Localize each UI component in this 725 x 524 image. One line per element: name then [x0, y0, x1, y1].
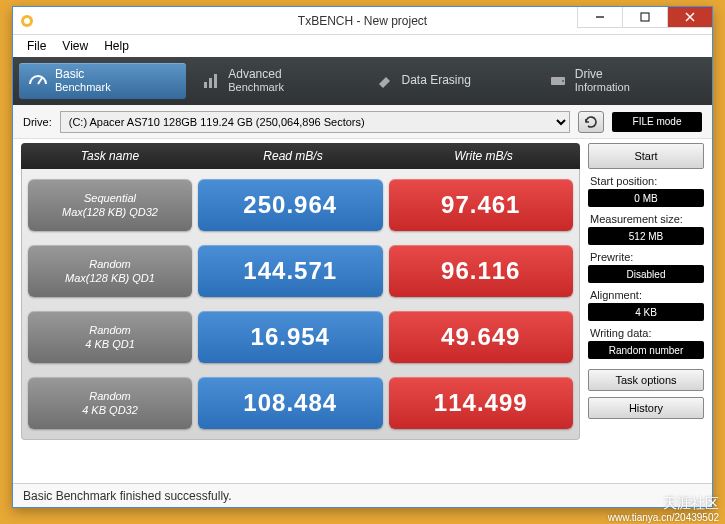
close-button[interactable]	[667, 7, 712, 28]
window-title: TxBENCH - New project	[298, 14, 427, 28]
header-write: Write mB/s	[387, 149, 580, 163]
read-value: 250.964	[198, 179, 383, 231]
start-button[interactable]: Start	[588, 143, 704, 169]
erase-icon	[376, 72, 394, 90]
svg-rect-7	[204, 82, 207, 88]
read-value: 16.954	[198, 311, 383, 363]
side-panel: Start Start position: 0 MB Measurement s…	[588, 143, 704, 473]
tab-sublabel: Benchmark	[228, 81, 284, 93]
read-value: 144.571	[198, 245, 383, 297]
header-task: Task name	[21, 149, 199, 163]
svg-point-1	[24, 18, 30, 24]
app-window: TxBENCH - New project File View Help Bas…	[12, 6, 713, 508]
menu-help[interactable]: Help	[96, 37, 137, 55]
write-value: 96.116	[389, 245, 574, 297]
writing-data-value[interactable]: Random number	[588, 341, 704, 359]
result-row: Random4 KB QD1 16.954 49.649	[28, 311, 573, 363]
drive-bar: Drive: (C:) Apacer AS710 128GB 119.24 GB…	[13, 105, 712, 139]
tab-data-erasing[interactable]: Data Erasing	[366, 63, 533, 99]
svg-rect-9	[214, 74, 217, 88]
header-read: Read mB/s	[199, 149, 387, 163]
refresh-button[interactable]	[578, 111, 604, 133]
maximize-button[interactable]	[622, 7, 667, 28]
app-icon	[19, 13, 35, 29]
tab-label: Data Erasing	[402, 74, 471, 87]
tab-sublabel: Information	[575, 81, 630, 93]
tab-label: Advanced	[228, 67, 281, 81]
task-cell[interactable]: Random4 KB QD32	[28, 377, 192, 429]
svg-rect-3	[641, 13, 649, 21]
write-value: 49.649	[389, 311, 574, 363]
menu-view[interactable]: View	[54, 37, 96, 55]
history-button[interactable]: History	[588, 397, 704, 419]
tab-basic-benchmark[interactable]: BasicBenchmark	[19, 63, 186, 99]
alignment-value[interactable]: 4 KB	[588, 303, 704, 321]
measurement-size-label: Measurement size:	[588, 213, 704, 225]
writing-data-label: Writing data:	[588, 327, 704, 339]
results-panel: Task name Read mB/s Write mB/s Sequentia…	[21, 143, 580, 473]
result-row: SequentialMax(128 KB) QD32 250.964 97.46…	[28, 179, 573, 231]
start-position-label: Start position:	[588, 175, 704, 187]
tab-label: Basic	[55, 67, 84, 81]
task-cell[interactable]: RandomMax(128 KB) QD1	[28, 245, 192, 297]
tab-label: Drive	[575, 67, 603, 81]
prewrite-label: Prewrite:	[588, 251, 704, 263]
tab-bar: BasicBenchmark AdvancedBenchmark Data Er…	[13, 57, 712, 105]
result-row: RandomMax(128 KB) QD1 144.571 96.116	[28, 245, 573, 297]
result-row: Random4 KB QD32 108.484 114.499	[28, 377, 573, 429]
window-controls	[577, 7, 712, 28]
drive-icon	[549, 72, 567, 90]
start-position-value[interactable]: 0 MB	[588, 189, 704, 207]
drive-label: Drive:	[23, 116, 52, 128]
read-value: 108.484	[198, 377, 383, 429]
measurement-size-value[interactable]: 512 MB	[588, 227, 704, 245]
write-value: 97.461	[389, 179, 574, 231]
watermark: 天涯社区 www.tianya.cn/20439502	[608, 495, 719, 524]
svg-line-6	[38, 78, 42, 84]
task-cell[interactable]: SequentialMax(128 KB) QD32	[28, 179, 192, 231]
status-text: Basic Benchmark finished successfully.	[23, 489, 232, 503]
refresh-icon	[584, 115, 598, 129]
tab-sublabel: Benchmark	[55, 81, 111, 93]
svg-point-11	[562, 80, 564, 82]
menu-bar: File View Help	[13, 35, 712, 57]
tab-drive-information[interactable]: DriveInformation	[539, 63, 706, 99]
task-cell[interactable]: Random4 KB QD1	[28, 311, 192, 363]
bars-icon	[202, 72, 220, 90]
write-value: 114.499	[389, 377, 574, 429]
results-header: Task name Read mB/s Write mB/s	[21, 143, 580, 169]
title-bar: TxBENCH - New project	[13, 7, 712, 35]
svg-rect-8	[209, 78, 212, 88]
gauge-icon	[29, 72, 47, 90]
file-mode-badge: FILE mode	[612, 112, 702, 132]
tab-advanced-benchmark[interactable]: AdvancedBenchmark	[192, 63, 359, 99]
minimize-button[interactable]	[577, 7, 622, 28]
drive-select[interactable]: (C:) Apacer AS710 128GB 119.24 GB (250,0…	[60, 111, 570, 133]
alignment-label: Alignment:	[588, 289, 704, 301]
task-options-button[interactable]: Task options	[588, 369, 704, 391]
prewrite-value[interactable]: Disabled	[588, 265, 704, 283]
menu-file[interactable]: File	[19, 37, 54, 55]
